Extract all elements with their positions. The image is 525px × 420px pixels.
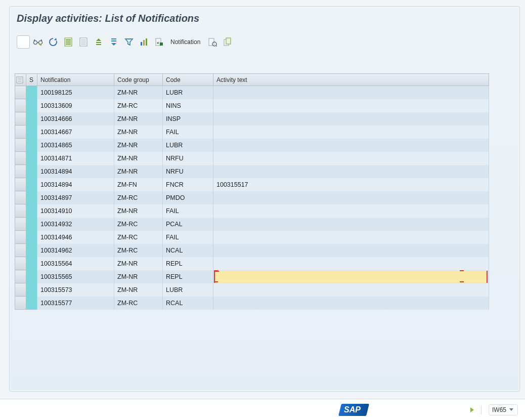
activity-text-cell[interactable] (213, 125, 489, 139)
row-selector[interactable] (15, 231, 26, 244)
row-selector[interactable] (15, 139, 26, 152)
status-cell (26, 99, 37, 112)
notification-cell: 100315565 (37, 270, 114, 283)
copy-icon[interactable] (221, 35, 235, 49)
page-title: Display activities: List of Notification… (10, 7, 519, 31)
deselect-all-icon[interactable] (76, 35, 91, 49)
activity-text-cell[interactable] (213, 86, 489, 99)
status-marker-icon (26, 297, 37, 310)
row-selector[interactable] (15, 204, 26, 218)
activity-text-cell[interactable] (213, 283, 489, 297)
row-selector[interactable] (15, 178, 26, 191)
activity-text-cell[interactable] (213, 231, 489, 244)
activity-text-cell[interactable] (213, 218, 489, 231)
table-row[interactable]: 100314894ZM-FNFNCR100315517 (15, 178, 489, 191)
row-selector[interactable] (15, 218, 26, 231)
activity-text-cell[interactable] (213, 257, 489, 270)
table-row[interactable]: 100315573ZM-NRLUBR (15, 283, 489, 297)
sort-asc-icon[interactable] (92, 35, 106, 49)
notification-cell: 100198125 (37, 86, 114, 99)
activity-text-cell[interactable] (213, 112, 489, 125)
filter-icon[interactable] (122, 35, 136, 49)
svg-rect-4 (66, 41, 71, 43)
row-selector[interactable] (15, 165, 26, 178)
cell-editor[interactable] (214, 271, 488, 283)
column-s[interactable]: S (26, 74, 37, 86)
blank-button[interactable] (17, 35, 30, 49)
table-row[interactable]: 100314962ZM-RCNCAL (15, 244, 489, 257)
table-row[interactable]: 100314871ZM-NRNRFU (15, 152, 489, 165)
row-selector[interactable] (15, 257, 26, 270)
table-row[interactable]: 100313609ZM-RCNINS (15, 99, 489, 112)
toolbar: x Notification (10, 31, 519, 53)
play-indicator-icon[interactable] (470, 407, 474, 412)
status-marker-icon (26, 178, 37, 191)
glasses-icon[interactable] (31, 35, 45, 49)
activity-text-cell[interactable] (213, 191, 489, 204)
activity-text-cell[interactable] (213, 204, 489, 218)
notification-cell: 100313609 (37, 99, 114, 112)
svg-rect-8 (81, 41, 86, 43)
table-row[interactable]: 100314894ZM-NRNRFU (15, 165, 489, 178)
row-selector[interactable] (15, 152, 26, 165)
activity-text-cell[interactable] (213, 244, 489, 257)
table-row[interactable]: 100314946ZM-RCFAIL (15, 231, 489, 244)
row-selector[interactable] (15, 283, 26, 297)
row-selector[interactable] (15, 125, 26, 139)
status-cell (26, 204, 37, 218)
transaction-code-chip[interactable]: IW65 (489, 404, 518, 415)
table-row[interactable]: 100314666ZM-NRINSP (15, 112, 489, 125)
refresh-icon[interactable] (46, 35, 60, 49)
activity-text-cell[interactable] (213, 297, 489, 310)
table-row[interactable]: 100314910ZM-NRFAIL (15, 204, 489, 218)
row-selector[interactable] (15, 99, 26, 112)
chart-icon[interactable] (137, 35, 151, 49)
select-all-icon[interactable] (61, 35, 75, 49)
row-selector[interactable] (15, 270, 26, 283)
code_group-cell: ZM-RC (114, 231, 163, 244)
activity-text-cell[interactable] (213, 99, 489, 112)
column-select-all[interactable] (15, 74, 26, 86)
code-cell: PCAL (163, 218, 213, 231)
notification-cell: 100314962 (37, 244, 114, 257)
code_group-cell: ZM-NR (114, 139, 163, 152)
export-excel-icon[interactable]: x (152, 35, 166, 49)
column-code-group[interactable]: Code group (114, 74, 163, 86)
row-selector[interactable] (15, 112, 26, 125)
svg-rect-13 (111, 40, 116, 41)
table-row[interactable]: 100314897ZM-RCPMDO (15, 191, 489, 204)
code-cell: LUBR (163, 283, 213, 297)
row-selector[interactable] (15, 86, 26, 99)
table-row[interactable]: 100198125ZM-NRLUBR (15, 86, 489, 99)
svg-rect-10 (96, 42, 101, 43)
table-row[interactable]: 100315565ZM-NRREPL (15, 270, 489, 283)
svg-rect-3 (66, 39, 71, 40)
activity-text-cell[interactable] (213, 152, 489, 165)
table-row[interactable]: 100315577ZM-RCRCAL (15, 297, 489, 310)
activity-text-cell[interactable] (213, 139, 489, 152)
print-preview-icon[interactable] (205, 35, 220, 49)
status-cell (26, 165, 37, 178)
activity-text-cell[interactable] (213, 165, 489, 178)
activity-text-cell[interactable] (213, 270, 489, 283)
code-cell: LUBR (163, 139, 213, 152)
code-cell: NCAL (163, 244, 213, 257)
column-activity-text[interactable]: Activity text (213, 74, 489, 86)
status-cell (26, 191, 37, 204)
table-row[interactable]: 100314865ZM-NRLUBR (15, 139, 489, 152)
row-selector[interactable] (15, 297, 26, 310)
row-selector[interactable] (15, 191, 26, 204)
row-selector[interactable] (15, 244, 26, 257)
table-row[interactable]: 100315564ZM-NRREPL (15, 257, 489, 270)
column-code[interactable]: Code (163, 74, 213, 86)
notification-cell: 100314897 (37, 191, 114, 204)
table-row[interactable]: 100314932ZM-RCPCAL (15, 218, 489, 231)
sort-desc-icon[interactable] (107, 35, 121, 49)
code-cell: REPL (163, 257, 213, 270)
code-cell: NINS (163, 99, 213, 112)
column-notification[interactable]: Notification (37, 74, 114, 86)
table-row[interactable]: 100314667ZM-NRFAIL (15, 125, 489, 139)
svg-rect-16 (146, 38, 147, 46)
code-cell: FNCR (163, 178, 213, 191)
activity-text-cell[interactable]: 100315517 (213, 178, 489, 191)
